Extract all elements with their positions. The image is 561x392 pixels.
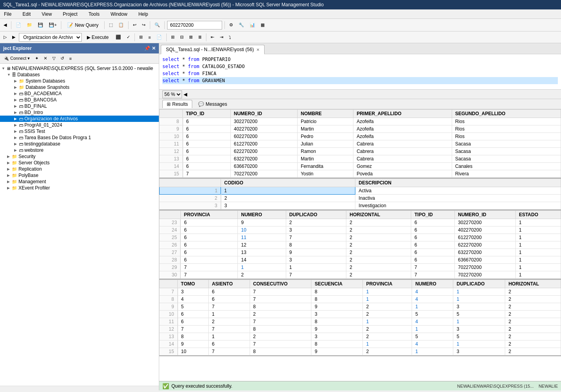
menu-item-file[interactable]: File [2,11,14,18]
table-row[interactable]: 15 7 702270200 Yostin Poveda Rivera [160,170,561,178]
table-row[interactable]: 9 6 402270200 Martin Azofeifa Rios [160,125,561,133]
results-area[interactable]: TIPO_ID NUMERO_ID NOMBRE PRIMER_APELLIDO… [159,109,561,381]
toolbar-icon1[interactable]: ⚙ [227,21,235,29]
toolbar2-icon1[interactable]: ▷ [2,33,9,41]
tree-db-snapshots[interactable]: ▶ 📁 Database Snapshots [0,84,159,90]
oe-new-btn[interactable]: ✦ [33,55,40,62]
execute-button[interactable]: ▶ Execute [83,33,112,41]
back-button[interactable]: ◀ [2,21,9,29]
tree-bd-academica[interactable]: ▶ 🗃 BD_ACADEMICA [0,90,159,97]
toolbar2-misc5[interactable]: ⇤ [209,33,216,41]
messages-tab[interactable]: 💬 Messages [194,100,232,108]
oe-tree-scroll[interactable]: ▼ 🖥 NEWALIENWARE\SQLEXPRESS (SQL Server … [0,64,159,386]
sql-editor[interactable]: select * from PROPETARIO select * from C… [159,54,561,90]
toolbar2-icon2[interactable]: ▶ [10,33,17,41]
paste-button[interactable]: 📋 [116,21,126,29]
tree-tarea[interactable]: ▶ 🗃 Tarea Bases De Datos Progra 1 [0,134,159,141]
menu-item-edit[interactable]: Edit [20,11,33,18]
redo-button[interactable]: ↪ [140,21,147,29]
results-grid-btn[interactable]: ⊞ [137,33,145,41]
tab-close-icon[interactable]: ✕ [256,48,259,52]
table-row[interactable]: 10 6 602270200 Pedro Azofeifa Rios [160,133,561,140]
pin-icon[interactable]: 📌 [144,46,150,51]
table-row[interactable]: 15 10 7 8 9 2 1 3 2 [160,348,561,355]
toolbar-icon4[interactable]: ▦ [259,21,267,29]
tree-databases[interactable]: ▼ 🗄 Databases [0,72,159,78]
table-row[interactable]: 8 4 6 7 8 1 4 1 2 [160,296,561,303]
table-row[interactable]: 12 6 622270200 Ramon Cabrera Sacasa [160,148,561,155]
save-all-button[interactable]: 💾+ [47,21,59,29]
new-file-button[interactable]: 📄 [14,21,23,29]
undo-button[interactable]: ↩ [131,21,138,29]
table-row[interactable]: 10 6 1 2 3 2 5 5 2 [160,311,561,318]
oe-refresh-btn[interactable]: ↺ [59,55,66,62]
tree-management[interactable]: ▶ 📁 Management [0,179,159,185]
table-row[interactable]: 7 3 6 7 8 1 4 1 2 [160,288,561,296]
tree-xevent[interactable]: ▶ 📁 XEvent Profiler [0,185,159,191]
table-row[interactable]: 30 7 2 7 2 7 702270200 1 [160,271,561,279]
toolbar-icon3[interactable]: 📊 [248,21,257,29]
stop-button[interactable]: ⬛ [114,33,123,41]
save-button[interactable]: 💾 [36,21,45,29]
menu-item-view[interactable]: View [39,11,54,18]
toolbar2-misc3[interactable]: ⊠ [187,33,195,41]
zoom-dropdown[interactable]: 56 % [162,90,182,98]
tree-prograll[interactable]: ▶ 🗃 ProgrAll_01_2024 [0,122,159,128]
oe-filter-btn[interactable]: ▽ [50,55,57,62]
toolbar2-misc7[interactable]: ⤵ [227,34,233,41]
table-row[interactable]: 2 2 Inactiva [160,195,561,202]
tree-bd-bancosa[interactable]: ▶ 🗃 BD_BANCOSA [0,97,159,103]
table-row[interactable]: 11 6 2 7 8 1 4 1 2 [160,318,561,326]
table-row[interactable]: 8 6 302270200 Patricio Azofeifa Rios [160,118,561,125]
table-row[interactable]: 29 7 1 1 2 7 702270200 1 [160,264,561,271]
table-row[interactable]: 3 3 Investigacion [160,202,561,210]
query-value-input[interactable] [167,21,222,29]
table-row[interactable]: 9 5 7 8 9 2 1 3 2 [160,303,561,311]
parse-button[interactable]: ✓ [125,33,132,41]
oe-delete-btn[interactable]: ✕ [42,55,49,62]
table-row[interactable]: 14 9 6 7 8 1 4 1 2 [160,340,561,348]
menu-item-project[interactable]: Project [61,11,80,18]
toolbar2-misc6[interactable]: ⇥ [218,33,225,41]
tree-ssis[interactable]: ▶ 🗃 SSIS Test [0,128,159,134]
oe-hscroll-inner[interactable] [0,386,159,390]
oe-summary-btn[interactable]: ≡ [67,55,74,62]
table-row[interactable]: 1 1 Activa [160,187,561,195]
tree-webstore[interactable]: ▶ 🗃 webstore [0,147,159,153]
toolbar2-misc2[interactable]: ⊟ [178,33,186,41]
table-row[interactable]: 24 6 10 3 2 6 402270200 1 [160,226,561,234]
copy-button[interactable]: ⬚ [107,21,115,29]
tree-bd-intro[interactable]: ▶ 🗃 BD_Intro [0,109,159,116]
open-button[interactable]: 📁 [25,21,34,29]
table-row[interactable]: 13 8 1 2 3 2 5 5 2 [160,333,561,340]
table-row[interactable]: 26 6 12 8 2 6 622270200 1 [160,241,561,249]
table-row[interactable]: 28 6 14 3 2 6 636670200 1 [160,256,561,264]
debug-button[interactable]: 🔍 [153,21,162,29]
table-row[interactable]: 14 6 636670200 Fernandita Gomez Canales [160,163,561,170]
table-row[interactable]: 23 6 9 2 2 6 302270200 1 [160,219,561,226]
tree-polybase[interactable]: ▶ 📁 PolyBase [0,172,159,179]
tree-security[interactable]: ▶ 📁 Security [0,153,159,160]
tree-server[interactable]: ▼ 🖥 NEWALIENWARE\SQLEXPRESS (SQL Server … [0,65,159,72]
query-tab-active[interactable]: SQL_Tarea1.sql - N...IENWARE\yosti (56) … [161,45,265,54]
table-row[interactable]: 13 6 632270200 Martin Cabrera Sacasa [160,155,561,163]
toolbar2-misc1[interactable]: ⊞ [169,33,177,41]
new-query-button[interactable]: 📝 New Query [64,21,102,29]
toolbar-icon2[interactable]: 🔧 [237,21,246,29]
results-text-btn[interactable]: ≡ [146,34,153,41]
toolbar2-misc4[interactable]: ≣ [196,33,204,41]
tree-bd-final[interactable]: ▶ 🗃 BD_FINAL [0,103,159,109]
table-row[interactable]: 12 7 7 8 9 2 1 3 2 [160,326,561,333]
tree-system-dbs[interactable]: ▶ 📁 System Databases [0,78,159,84]
tree-replication[interactable]: ▶ 📁 Replication [0,166,159,172]
database-dropdown[interactable]: Organizacion de Archivos [19,33,82,42]
table-row[interactable]: 27 6 13 9 2 6 632270200 1 [160,249,561,256]
oe-hscroll[interactable] [0,386,159,390]
menu-item-tools[interactable]: Tools [86,11,102,18]
tree-server-objects[interactable]: ▶ 📁 Server Objects [0,160,159,166]
tree-testingdb[interactable]: ▶ 🗃 testinggdatabase [0,141,159,147]
tree-organizacion[interactable]: ▶ 🗃 Organizacion de Archivos [0,116,159,122]
results-file-btn[interactable]: 📄 [155,33,164,41]
table-row[interactable]: 25 6 11 7 2 6 612270200 1 [160,234,561,241]
menu-item-help[interactable]: Help [136,11,151,18]
